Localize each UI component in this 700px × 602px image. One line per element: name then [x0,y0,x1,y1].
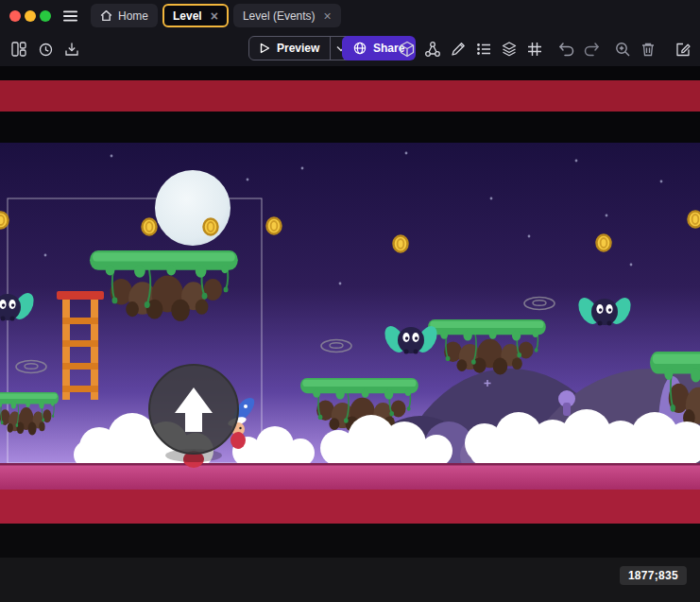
maximize-window-button[interactable] [40,10,51,22]
coin[interactable] [597,235,611,251]
star[interactable] [660,181,663,183]
star[interactable] [528,235,531,238]
preview-button[interactable]: Preview [248,36,352,60]
scene-svg [0,66,700,602]
tab-level-events-label: Level (Events) [243,9,316,23]
preview-button-label: Preview [277,42,319,55]
star[interactable] [490,198,493,200]
panels-icon[interactable] [9,40,28,59]
home-icon [100,9,112,22]
redo-icon[interactable] [582,40,601,59]
3d-box-icon[interactable] [398,40,417,59]
coin[interactable] [689,212,700,228]
grid-icon[interactable] [525,40,544,59]
layers-icon[interactable] [500,40,519,59]
play-icon [260,43,270,54]
star[interactable] [44,254,47,257]
pencil-icon[interactable] [449,40,468,59]
close-tab-icon[interactable]: × [211,9,218,23]
coin[interactable] [267,218,282,234]
top-red-band[interactable] [0,80,700,112]
toolbar: Preview Share [0,31,700,66]
hamburger-menu-icon[interactable] [63,10,77,22]
globe-icon [353,42,367,55]
ground-strip[interactable] [0,463,700,490]
tab-home-label: Home [118,9,148,23]
star[interactable] [575,160,578,163]
tab-level-label: Level [173,9,202,23]
gdevelop-window: Home Level × Level (Events) × [0,0,700,602]
history-icon[interactable] [36,40,55,59]
close-window-button[interactable] [9,10,21,22]
tab-level-events[interactable]: Level (Events) × [233,4,341,27]
star[interactable] [247,179,249,181]
coin[interactable] [143,219,157,235]
scene-canvas[interactable]: 1877;835 [0,66,700,602]
star[interactable] [405,152,408,155]
star[interactable] [339,283,342,285]
coin[interactable] [204,219,218,235]
trash-icon[interactable] [639,40,657,59]
coin[interactable] [394,236,408,252]
window-controls [9,10,53,22]
star[interactable] [630,264,633,267]
coordinates-badge: 1877;835 [620,566,687,585]
star[interactable] [111,155,113,158]
undo-icon[interactable] [556,40,575,59]
titlebar: Home Level × Level (Events) × [0,0,700,31]
tab-level[interactable]: Level × [162,4,229,27]
edit-properties-icon[interactable] [674,40,692,59]
tab-home[interactable]: Home [91,4,158,27]
moon[interactable] [155,170,230,246]
zoom-in-icon[interactable] [613,40,632,59]
star[interactable] [606,215,608,217]
bottom-red-band[interactable] [0,490,700,524]
instances-list-icon[interactable] [474,40,493,59]
star[interactable] [301,167,304,170]
close-tab-icon[interactable]: × [324,9,332,23]
minimize-window-button[interactable] [25,10,36,22]
coin[interactable] [0,213,9,229]
bottom-panel [0,558,700,602]
object-hierarchy-icon[interactable] [423,40,442,59]
save-icon[interactable] [62,40,81,59]
toolbar-left-group [9,31,81,66]
tab-bar: Home Level × Level (Events) × [91,4,341,27]
toolbar-right-group [398,31,692,66]
